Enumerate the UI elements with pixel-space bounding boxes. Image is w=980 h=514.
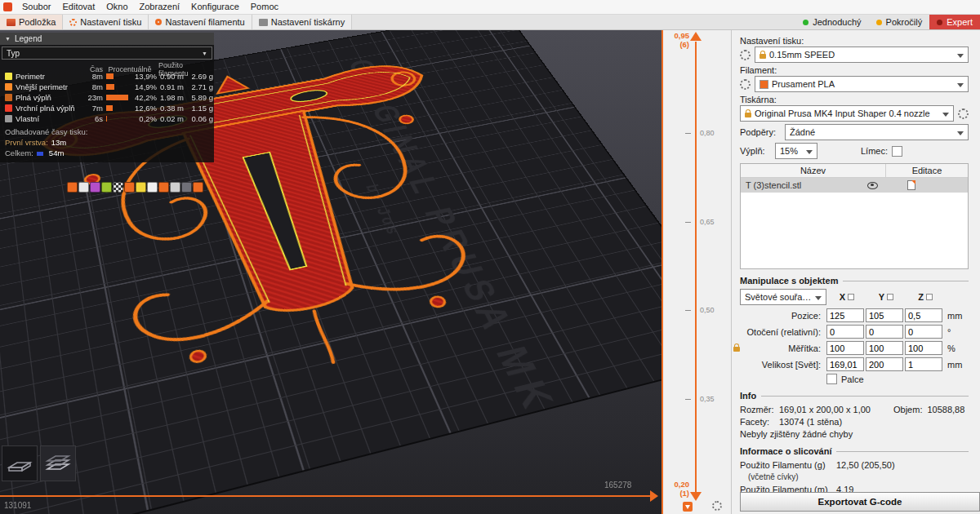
size-unit: mm — [947, 360, 962, 370]
color-changes-icon[interactable] — [136, 182, 146, 193]
wipe-icon[interactable] — [78, 182, 89, 193]
scale-x-input[interactable] — [826, 341, 864, 355]
size-info-value: 169,01 x 200,00 x 1,00 — [779, 404, 893, 415]
tool-marker-icon[interactable] — [181, 182, 192, 193]
position-y-input[interactable] — [866, 308, 903, 322]
printer-gear-icon[interactable] — [958, 109, 969, 119]
info-title: Info — [740, 391, 756, 401]
print-settings-gear-icon[interactable] — [740, 50, 751, 60]
used-m: 0.91 m — [159, 82, 184, 91]
scale-unit: % — [947, 343, 956, 353]
size-x-input[interactable] — [826, 357, 864, 371]
tab-nastaveni-filamentu[interactable]: Nastavení filamentu — [149, 15, 252, 29]
first-layer-label: První vrstva: — [5, 138, 48, 147]
spool-note: (včetně cívky) — [748, 472, 799, 483]
legend-row[interactable]: Vrchní plná výplň 7m 12,6% 0.38 m1.15 g — [0, 103, 214, 113]
tab-nastaveni-tiskarny[interactable]: Nastavení tiskárny — [252, 15, 352, 29]
axis-box-icon — [926, 294, 933, 300]
menu-pomoc[interactable]: Pomoc — [245, 0, 284, 14]
menu-soubor[interactable]: Soubor — [16, 0, 56, 14]
position-z-input[interactable] — [905, 308, 942, 322]
legend-row[interactable]: Perimetr 8m 13,9% 0.90 m2.69 g — [0, 71, 214, 82]
percent-bar — [106, 73, 114, 79]
retractions-icon[interactable] — [90, 182, 100, 193]
printer-combo[interactable]: Original Prusa MK4 Input Shaper 0.4 nozz… — [740, 105, 954, 122]
layer-slider-bottom-handle[interactable] — [690, 492, 702, 501]
scale-y-input[interactable] — [866, 341, 903, 355]
size-y-input[interactable] — [866, 357, 903, 371]
feature-percent: 13,9% — [135, 72, 157, 81]
used-filament-g-label: Použito Filamentu (g) — [740, 459, 836, 471]
view-preview-button[interactable] — [40, 445, 76, 481]
brim-checkbox[interactable] — [892, 146, 902, 157]
position-x-input[interactable] — [826, 308, 864, 322]
inches-checkbox[interactable] — [826, 374, 837, 384]
view-type-combo[interactable]: Typ ▼ — [2, 47, 212, 60]
filament-label: Filament: — [740, 65, 980, 75]
rotation-label: Otočení (relativní): — [740, 327, 825, 337]
3d-viewport[interactable]: ORIGINAL PRUSA MK by Jos — [0, 30, 662, 514]
used-g: 5.89 g — [189, 93, 213, 102]
menu-konfigurace[interactable]: Konfigurace — [185, 0, 245, 14]
view-type-label: Typ — [7, 49, 20, 58]
used-g: 2.69 g — [189, 72, 213, 81]
menu-zobrazeni[interactable]: Zobrazení — [134, 0, 186, 14]
object-row[interactable]: T (3)stencil.stl — [741, 178, 968, 193]
feature-name: Vnější perimetr — [16, 82, 68, 91]
filament-gear-icon[interactable] — [740, 79, 751, 90]
used-m: 1.98 m — [159, 93, 184, 102]
deretractions-icon[interactable] — [101, 182, 112, 193]
settings-gear-icon[interactable] — [712, 501, 722, 511]
view-3d-button[interactable] — [2, 445, 38, 481]
object-list: Název Editace T (3)stencil.stl — [740, 163, 969, 269]
layer-slider-top-handle[interactable] — [690, 32, 702, 41]
print-settings-combo[interactable]: 0.15mm SPEED — [755, 47, 969, 63]
moves-slider-handle[interactable] — [650, 490, 658, 502]
rotation-x-input[interactable] — [826, 325, 864, 339]
mode-jednoduchy[interactable]: Jednoduchý — [795, 15, 868, 29]
tab-podlozka[interactable]: Podložka — [0, 15, 63, 29]
mode-expert[interactable]: Expert — [929, 15, 980, 29]
bottom-layer-number: (1) — [665, 489, 689, 498]
bottom-layer-height: 0,20 — [665, 480, 689, 489]
filament-combo[interactable]: Prusament PLA — [755, 76, 969, 92]
menu-editovat[interactable]: Editovat — [56, 0, 100, 14]
travel-icon[interactable] — [67, 182, 78, 193]
infill-combo[interactable]: 15% — [775, 143, 817, 159]
tool-changes-icon[interactable] — [124, 182, 135, 193]
size-z-input[interactable] — [905, 357, 942, 371]
menu-okno[interactable]: Okno — [100, 0, 133, 14]
seams-icon[interactable] — [113, 182, 123, 193]
export-gcode-button[interactable]: Exportovat G-code — [740, 492, 980, 512]
layer-slider-track[interactable] — [695, 42, 697, 492]
pause-prints-icon[interactable] — [147, 182, 158, 193]
axis-x-header: X — [828, 292, 866, 302]
slider-corner-button[interactable] — [683, 502, 693, 512]
legend-header[interactable]: ▼ Legend — [0, 33, 214, 45]
edit-object-icon[interactable] — [907, 180, 915, 190]
rotation-y-input[interactable] — [866, 325, 903, 339]
mode-dot-icon — [803, 20, 808, 25]
supports-combo[interactable]: Žádné — [785, 124, 969, 140]
mode-expert-label: Expert — [947, 17, 973, 27]
mode-switcher: Jednoduchý Pokročilý Expert — [795, 15, 980, 29]
scale-z-input[interactable] — [905, 341, 942, 355]
feature-color-chip — [5, 115, 12, 122]
size-label: Velikost [Svět]: — [740, 360, 825, 370]
moves-slider-track[interactable] — [0, 495, 652, 497]
uniform-scale-lock-icon[interactable] — [733, 347, 740, 352]
shells-icon[interactable] — [170, 182, 180, 193]
eye-icon[interactable] — [867, 182, 878, 189]
tab-nastaveni-tisku[interactable]: Nastavení tisku — [63, 15, 149, 29]
legend-row[interactable]: Vnější perimetr 8m 14,9% 0.91 m2.71 g — [0, 82, 214, 92]
feature-time: 23m — [80, 93, 103, 102]
mode-pokrocily[interactable]: Pokročilý — [869, 15, 930, 29]
legend-row[interactable]: Plná výplň 23m 42,2% 1.98 m5.89 g — [0, 92, 214, 103]
collapse-caret-icon: ▼ — [5, 36, 11, 42]
infill-value: 15% — [780, 146, 804, 156]
legend-row[interactable]: Vlastní 6s 0,2% 0.02 m0.06 g — [0, 113, 214, 124]
rotation-z-input[interactable] — [905, 325, 942, 339]
custom-gcode-icon[interactable] — [158, 182, 169, 193]
print-head-icon[interactable] — [193, 182, 203, 193]
coordinates-combo[interactable]: Světové souřadnice — [740, 289, 826, 305]
